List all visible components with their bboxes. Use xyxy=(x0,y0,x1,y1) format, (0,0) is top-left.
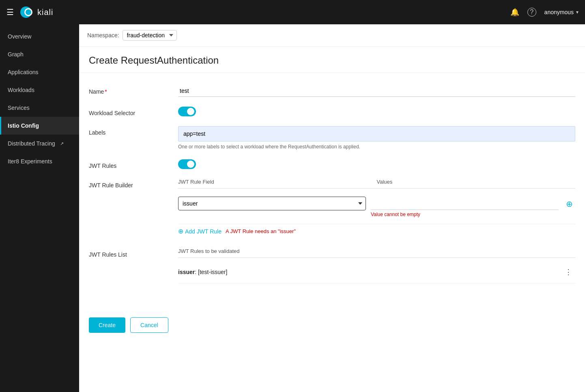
external-link-icon: ↗ xyxy=(60,141,64,146)
name-row: Name* xyxy=(89,85,575,97)
jwt-rule-builder-row: JWT Rule Builder JWT Rule Field Values i… xyxy=(89,179,575,238)
sidebar-item-label: Istio Config xyxy=(8,122,39,129)
logo-text: kiali xyxy=(37,8,53,17)
namespace-select[interactable]: fraud-detection xyxy=(123,30,177,41)
sidebar-item-istio-config[interactable]: Istio Config xyxy=(0,117,79,135)
sidebar-item-label: Workloads xyxy=(8,87,34,93)
jwt-rules-list-row: JWT Rules List JWT Rules to be validated… xyxy=(89,248,575,283)
sidebar-item-label: Applications xyxy=(8,69,39,75)
sidebar-item-label: Services xyxy=(8,105,30,111)
sidebar-item-workloads[interactable]: Workloads xyxy=(0,81,79,99)
logo: kiali xyxy=(20,5,53,19)
cancel-button[interactable]: Cancel xyxy=(130,317,168,333)
jwt-rule-warning: A JWT Rule needs an "issuer" xyxy=(226,228,296,234)
action-row: Create Cancel xyxy=(79,317,585,349)
add-jwt-rule-button[interactable]: ⊕ Add JWT Rule xyxy=(178,227,222,235)
sidebar-item-graph[interactable]: Graph xyxy=(0,45,79,63)
name-input[interactable] xyxy=(178,85,575,97)
jwt-rules-list-field: JWT Rules to be validated issuer: [test-… xyxy=(178,248,575,283)
jwt-rules-field xyxy=(178,159,575,169)
plus-circle-icon: ⊕ xyxy=(178,227,183,235)
sidebar-item-label: Overview xyxy=(8,33,31,40)
jwt-select-wrap: issuer audiences jwksUri jwks fromHeader… xyxy=(178,197,366,210)
header-right: 🔔 ? anonymous ▾ xyxy=(510,8,579,17)
jwt-rule-item: issuer: [test-issuer] ⋮ xyxy=(178,261,575,283)
workload-selector-field xyxy=(178,107,575,116)
jwt-builder-header: JWT Rule Field Values xyxy=(178,179,575,189)
sidebar-item-services[interactable]: Services xyxy=(0,99,79,117)
jwt-rules-label: JWT Rules xyxy=(89,159,178,169)
sidebar-item-label: Iter8 Experiments xyxy=(8,158,52,165)
jwt-rules-toggle[interactable] xyxy=(178,159,196,169)
jwt-value-error: Value cannot be empty xyxy=(371,212,559,217)
jwt-rule-builder-label: JWT Rule Builder xyxy=(89,179,178,189)
sidebar: Overview Graph Applications Workloads Se… xyxy=(0,24,79,392)
sidebar-item-label: Graph xyxy=(8,51,24,58)
jwt-builder-input-row: issuer audiences jwksUri jwks fromHeader… xyxy=(178,193,575,221)
jwt-add-value-button[interactable]: ⊕ xyxy=(563,197,575,210)
required-indicator: * xyxy=(105,88,107,95)
jwt-field-select[interactable]: issuer audiences jwksUri jwks fromHeader… xyxy=(178,197,366,210)
page-title-area: Create RequestAuthentication xyxy=(79,47,585,73)
logo-icon xyxy=(20,5,35,19)
labels-row: Labels One or more labels to select a wo… xyxy=(89,126,575,150)
hamburger-icon[interactable]: ☰ xyxy=(6,7,14,17)
jwt-value-wrap: Value cannot be empty xyxy=(371,197,559,217)
user-dropdown-arrow: ▾ xyxy=(576,9,579,15)
jwt-rule-options-button[interactable]: ⋮ xyxy=(561,266,575,278)
name-field xyxy=(178,85,575,97)
jwt-values-col-header: Values xyxy=(377,179,576,185)
add-jwt-rule-label: Add JWT Rule xyxy=(185,228,222,235)
form-area: Name* Workload Selector Labels xyxy=(79,73,585,305)
name-label: Name* xyxy=(89,85,178,95)
jwt-value-input[interactable] xyxy=(371,197,559,210)
jwt-field-col-header: JWT Rule Field xyxy=(178,179,377,185)
sidebar-item-overview[interactable]: Overview xyxy=(0,28,79,45)
main-content: Namespace: fraud-detection Create Reques… xyxy=(79,24,585,392)
labels-hint: One or more labels to select a workload … xyxy=(178,144,575,150)
user-name: anonymous xyxy=(544,9,574,15)
top-header: ☰ kiali 🔔 ? anonymous ▾ xyxy=(0,0,585,24)
workload-selector-row: Workload Selector xyxy=(89,107,575,116)
user-menu[interactable]: anonymous ▾ xyxy=(544,9,579,15)
workload-selector-toggle[interactable] xyxy=(178,107,196,116)
page-title: Create RequestAuthentication xyxy=(89,55,575,66)
jwt-rules-row: JWT Rules xyxy=(89,159,575,169)
jwt-rule-builder-field: JWT Rule Field Values issuer audiences j… xyxy=(178,179,575,238)
sidebar-item-applications[interactable]: Applications xyxy=(0,63,79,81)
labels-label: Labels xyxy=(89,126,178,136)
help-icon[interactable]: ? xyxy=(527,8,536,17)
layout: Overview Graph Applications Workloads Se… xyxy=(0,24,585,392)
jwt-rule-text: issuer: [test-issuer] xyxy=(178,269,227,275)
add-jwt-rule-row: ⊕ Add JWT Rule A JWT Rule needs an "issu… xyxy=(178,224,575,238)
create-button[interactable]: Create xyxy=(89,317,125,333)
sidebar-item-label: Distributed Tracing xyxy=(8,140,55,147)
namespace-label: Namespace: xyxy=(87,32,119,39)
sidebar-item-distributed-tracing[interactable]: Distributed Tracing ↗ xyxy=(0,135,79,152)
jwt-rules-list-header: JWT Rules to be validated xyxy=(178,248,575,258)
namespace-bar: Namespace: fraud-detection xyxy=(79,24,585,47)
workload-selector-label: Workload Selector xyxy=(89,107,178,116)
labels-input[interactable] xyxy=(178,126,575,141)
jwt-rules-list-label: JWT Rules List xyxy=(89,248,178,258)
labels-field: One or more labels to select a workload … xyxy=(178,126,575,150)
bell-icon[interactable]: 🔔 xyxy=(510,8,519,17)
sidebar-item-iter8-experiments[interactable]: Iter8 Experiments xyxy=(0,152,79,170)
